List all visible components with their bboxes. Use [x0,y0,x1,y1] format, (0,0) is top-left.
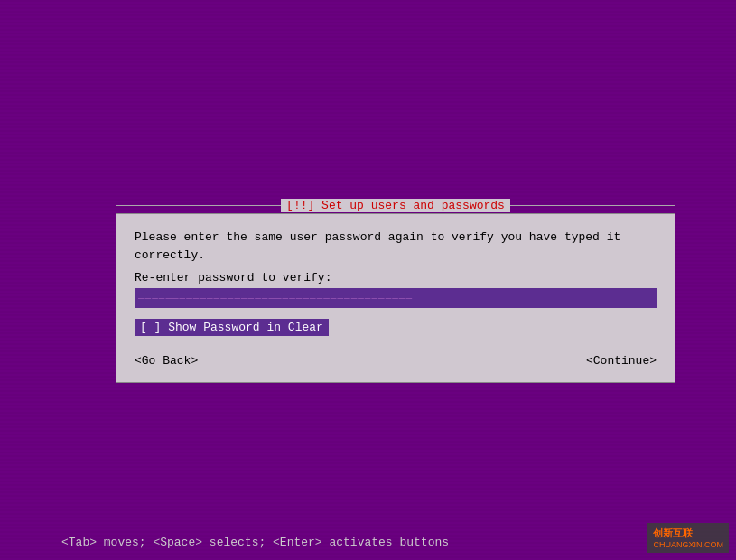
dialog-box: Please enter the same user password agai… [116,213,675,383]
go-back-button[interactable]: <Go Back> [135,354,198,368]
dialog-title: [!!] Set up users and passwords [281,199,510,212]
password-label: Re-enter password to verify: [135,271,657,285]
background: [!!] Set up users and passwords Please e… [0,0,736,560]
buttons-row: <Go Back> <Continue> [135,354,657,368]
continue-button[interactable]: <Continue> [586,354,657,368]
bottom-hint: <Tab> moves; <Space> selects; <Enter> ac… [61,536,449,549]
watermark: 创新互联 CHUANGXIN.COM [647,523,729,553]
dialog-titlebar: [!!] Set up users and passwords [116,197,675,213]
watermark-line2: CHUANGXIN.COM [653,540,723,549]
watermark-line1: 创新互联 [653,527,723,540]
dialog-wrapper: [!!] Set up users and passwords Please e… [116,197,675,383]
password-input-container[interactable]: ―――――――――――――――――――――――――――――――――――――――― [135,288,657,308]
show-password-checkbox[interactable]: [ ] Show Password in Clear [135,319,329,336]
dialog-body-text: Please enter the same user password agai… [135,229,657,264]
password-input-inner: ―――――――――――――――――――――――――――――――――――――――― [135,288,657,308]
